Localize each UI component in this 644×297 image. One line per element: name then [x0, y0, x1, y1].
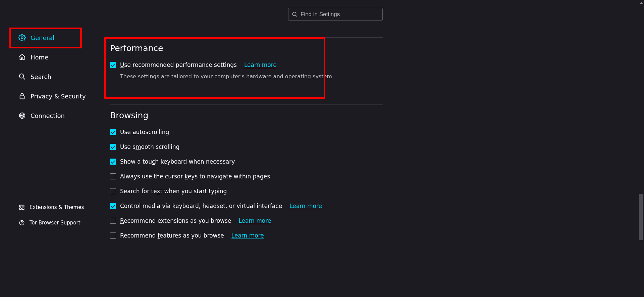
home-icon — [18, 53, 26, 61]
svg-point-0 — [292, 12, 296, 16]
magnifier-icon — [18, 73, 26, 80]
svg-point-10 — [21, 224, 22, 224]
browsing-section: Browsing Use autoscrollingUse smooth scr… — [110, 111, 383, 247]
browsing-title: Browsing — [110, 111, 383, 120]
svg-point-8 — [21, 115, 23, 116]
browsing-option-search-typing: Search for text when you start typing — [110, 187, 383, 195]
performance-description: These settings are tailored to your comp… — [120, 73, 383, 80]
rec-extensions-checkbox[interactable] — [110, 218, 116, 224]
browsing-option-smooth: Use smooth scrolling — [110, 143, 383, 151]
onion-icon — [18, 112, 26, 119]
sidebar-item-home[interactable]: Home — [14, 50, 92, 65]
divider — [110, 37, 383, 38]
scrollbar-thumb[interactable] — [639, 194, 643, 240]
search-typing-checkbox[interactable] — [110, 188, 116, 194]
sidebar-item-search[interactable]: Search — [14, 69, 92, 84]
gear-icon — [18, 34, 26, 41]
rec-features-label: Recommend features as you browse — [120, 232, 224, 239]
use-recommended-label: Use recommended performance settings — [120, 61, 237, 69]
media-control-label: Control media via keyboard, headset, or … — [120, 202, 282, 210]
sidebar-item-label: Search — [31, 73, 51, 80]
svg-point-2 — [21, 37, 23, 39]
sidebar-item-label: General — [31, 34, 54, 41]
scrollbar-track[interactable] — [638, 0, 644, 297]
performance-title: Performance — [110, 43, 383, 53]
autoscroll-label: Use autoscrolling — [120, 128, 169, 136]
browsing-option-autoscroll: Use autoscrolling — [110, 128, 383, 136]
browsing-option-rec-features: Recommend features as you browseLearn mo… — [110, 232, 383, 239]
browsing-option-media-control: Control media via keyboard, headset, or … — [110, 202, 383, 210]
use-recommended-checkbox[interactable] — [110, 62, 116, 68]
sidebar-item-label: Connection — [31, 112, 65, 119]
smooth-checkbox[interactable] — [110, 144, 116, 150]
sidebar-bottom-label: Extensions & Themes — [30, 204, 84, 210]
settings-search[interactable] — [288, 8, 383, 21]
rec-extensions-label: Recommend extensions as you browse — [120, 217, 231, 224]
performance-learn-more-link[interactable]: Learn more — [244, 61, 277, 69]
svg-line-4 — [23, 78, 25, 80]
cursor-keys-checkbox[interactable] — [110, 173, 116, 179]
sidebar-extensions-link[interactable]: Extensions & Themes — [19, 202, 96, 213]
media-control-checkbox[interactable] — [110, 203, 116, 209]
rec-features-learn-more-link[interactable]: Learn more — [231, 232, 264, 239]
search-input[interactable] — [301, 11, 379, 18]
lock-icon — [18, 92, 26, 100]
touch-kb-checkbox[interactable] — [110, 159, 116, 165]
performance-section: Performance Use recommended performance … — [110, 43, 383, 80]
rec-extensions-learn-more-link[interactable]: Learn more — [238, 217, 271, 224]
sidebar-bottom: Extensions & Themes Tor Browser Support — [19, 202, 96, 233]
svg-point-7 — [20, 114, 24, 117]
rec-features-checkbox[interactable] — [110, 232, 116, 239]
svg-line-1 — [296, 15, 297, 17]
search-icon — [292, 11, 298, 17]
smooth-label: Use smooth scrolling — [120, 143, 179, 151]
search-typing-label: Search for text when you start typing — [120, 187, 227, 195]
sidebar-item-connection[interactable]: Connection — [14, 108, 92, 123]
scroll-up-button[interactable] — [638, 0, 644, 6]
browsing-option-touch-kb: Show a touch keyboard when necessary — [110, 158, 383, 165]
sidebar-item-label: Home — [31, 54, 48, 61]
cursor-keys-label: Always use the cursor keys to navigate w… — [120, 173, 270, 180]
touch-kb-label: Show a touch keyboard when necessary — [120, 158, 235, 165]
media-control-learn-more-link[interactable]: Learn more — [289, 202, 322, 210]
svg-point-3 — [19, 74, 24, 78]
sidebar-bottom-label: Tor Browser Support — [30, 220, 80, 226]
sidebar-support-link[interactable]: Tor Browser Support — [19, 217, 96, 228]
svg-rect-5 — [20, 96, 24, 99]
browsing-option-cursor-keys: Always use the cursor keys to navigate w… — [110, 173, 383, 180]
browsing-option-rec-extensions: Recommend extensions as you browseLearn … — [110, 217, 383, 224]
divider — [110, 104, 383, 105]
puzzle-icon — [19, 204, 25, 210]
autoscroll-checkbox[interactable] — [110, 129, 116, 135]
sidebar-item-label: Privacy & Security — [31, 93, 86, 100]
sidebar-item-privacy[interactable]: Privacy & Security — [14, 89, 92, 103]
settings-sidebar: General Home Search Privacy & Security C… — [14, 30, 92, 128]
sidebar-item-general[interactable]: General — [14, 30, 92, 45]
help-icon — [19, 220, 25, 226]
